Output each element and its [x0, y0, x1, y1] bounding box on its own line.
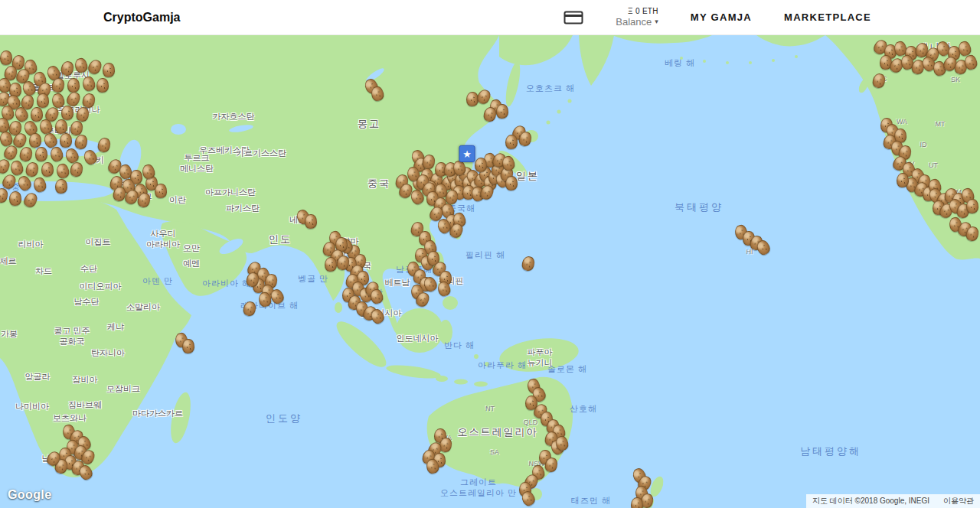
potato-marker[interactable]: [9, 191, 21, 206]
logo[interactable]: CryptoGamja: [103, 11, 180, 24]
potato-marker[interactable]: [41, 162, 54, 177]
potato-marker[interactable]: [16, 174, 33, 193]
potato-marker[interactable]: [0, 50, 12, 65]
potato-marker[interactable]: [86, 57, 103, 76]
credit-card-icon[interactable]: [564, 11, 583, 24]
potato-marker[interactable]: [60, 60, 75, 77]
potato-marker[interactable]: [521, 255, 536, 272]
potato-marker[interactable]: [96, 136, 112, 153]
potato-marker[interactable]: [182, 339, 194, 353]
eth-amount: Ξ 0 ETH: [628, 7, 658, 16]
potato-marker[interactable]: [29, 133, 41, 148]
potato-marker[interactable]: [325, 257, 337, 272]
potato-marker[interactable]: [82, 148, 99, 167]
map[interactable]: 몽고중국일본인도캐나다오스트레일리아벨로루시폴란드독일우크라이나루마니아카자흐스…: [0, 35, 980, 508]
nav-my-gamja[interactable]: MY GAMJA: [691, 11, 752, 23]
potato-marker[interactable]: [505, 176, 518, 190]
potato-marker[interactable]: [31, 107, 43, 122]
potato-marker[interactable]: [37, 93, 49, 108]
map-attribution: 지도 데이터 ©2018 Google, INEGI 이용약관: [806, 494, 980, 508]
potato-layer: [0, 35, 980, 508]
selected-marker[interactable]: ★: [459, 145, 475, 162]
potato-marker[interactable]: [69, 161, 84, 177]
potato-marker[interactable]: [32, 177, 47, 194]
potato-marker[interactable]: [9, 160, 24, 177]
potato-marker[interactable]: [305, 214, 317, 229]
potato-marker[interactable]: [55, 119, 67, 134]
main-nav: MY GAMJA MARKETPLACE: [691, 11, 871, 23]
header-right: Ξ 0 ETH Balance ▾ MY GAMJA MARKETPLACE: [564, 7, 871, 28]
terms-link[interactable]: 이용약관: [943, 496, 974, 506]
potato-marker[interactable]: [55, 179, 67, 194]
potato-marker[interactable]: [370, 86, 385, 103]
potato-marker[interactable]: [61, 106, 74, 120]
potato-marker[interactable]: [631, 497, 643, 508]
potato-marker[interactable]: [49, 146, 64, 163]
potato-marker[interactable]: [96, 78, 109, 93]
chevron-down-icon: ▾: [655, 18, 658, 26]
potato-marker[interactable]: [475, 158, 487, 172]
potato-marker[interactable]: [60, 133, 72, 148]
potato-marker[interactable]: [505, 135, 518, 149]
potato-marker[interactable]: [55, 163, 70, 180]
map-data-text: 지도 데이터 ©2018 Google, INEGI: [812, 496, 929, 506]
potato-marker[interactable]: [74, 57, 89, 74]
google-logo[interactable]: Google: [8, 488, 52, 502]
potato-marker[interactable]: [242, 300, 257, 317]
potato-marker[interactable]: [155, 184, 167, 198]
potato-marker[interactable]: [0, 187, 9, 204]
potato-marker[interactable]: [966, 199, 978, 213]
balance-dropdown[interactable]: Ξ 0 ETH Balance ▾: [616, 7, 658, 28]
potato-marker[interactable]: [81, 76, 96, 93]
potato-marker[interactable]: [369, 288, 384, 305]
potato-marker[interactable]: [871, 72, 887, 89]
nav-marketplace[interactable]: MARKETPLACE: [784, 11, 871, 23]
potato-marker[interactable]: [35, 147, 47, 161]
potato-marker[interactable]: [74, 133, 89, 150]
potato-marker[interactable]: [67, 78, 80, 93]
potato-marker[interactable]: [897, 173, 909, 187]
potato-marker[interactable]: [496, 104, 508, 119]
potato-marker[interactable]: [18, 145, 34, 162]
balance-label: Balance: [616, 16, 652, 28]
header: CryptoGamja Ξ 0 ETH Balance ▾ MY GAMJA M…: [0, 0, 980, 35]
potato-marker[interactable]: [24, 161, 40, 177]
potato-marker[interactable]: [21, 190, 39, 209]
star-icon: ★: [462, 148, 472, 159]
potato-marker[interactable]: [103, 63, 115, 77]
